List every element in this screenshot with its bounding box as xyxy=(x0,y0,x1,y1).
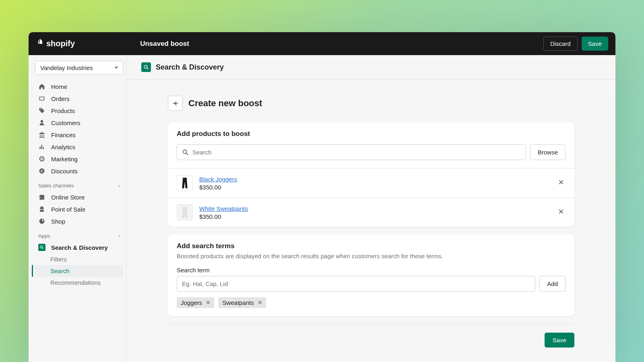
app-window: shopify Unsaved boost Discard Save Vande… xyxy=(29,32,615,362)
section-label: Apps xyxy=(38,233,50,239)
customer-icon xyxy=(38,119,45,126)
topbar: shopify Unsaved boost Discard Save xyxy=(29,32,615,55)
logo-text: shopify xyxy=(46,39,75,48)
analytics-icon xyxy=(38,143,45,150)
sidebar-item-products[interactable]: Products xyxy=(35,105,123,117)
nav-label: Analytics xyxy=(51,144,75,150)
white-sweatpants-thumb-icon xyxy=(177,204,192,220)
close-icon xyxy=(558,179,564,185)
arrow-left-icon xyxy=(172,100,179,107)
add-products-card: Add products to boost Browse xyxy=(168,122,574,227)
sidebar-item-pos[interactable]: Point of Sale xyxy=(35,203,123,215)
sidebar-item-analytics[interactable]: Analytics xyxy=(35,141,123,153)
card-title: Add products to boost xyxy=(177,130,566,138)
sidebar-sub-filters[interactable]: Filters xyxy=(35,253,123,265)
sidebar-item-discounts[interactable]: Discounts xyxy=(35,165,123,177)
nav-label: Shop xyxy=(51,218,65,225)
orders-icon xyxy=(38,95,45,102)
product-search-input[interactable] xyxy=(192,145,521,160)
search-icon xyxy=(182,149,189,156)
sidebar-item-shop[interactable]: Shop xyxy=(35,215,123,227)
app-title: Search & Discovery xyxy=(156,63,224,72)
product-search-wrap[interactable] xyxy=(177,144,526,160)
card-title: Add search terms xyxy=(177,242,566,250)
store-name: Vandelay Industries xyxy=(40,64,93,71)
nav-label: Point of Sale xyxy=(51,206,85,213)
home-icon xyxy=(38,83,45,90)
main-content: Search & Discovery Create new boost Add … xyxy=(127,55,615,362)
sidebar-item-search-discovery[interactable]: Search & Discovery xyxy=(35,241,123,253)
close-icon xyxy=(258,300,262,304)
save-button-top[interactable]: Save xyxy=(582,37,608,51)
pos-icon xyxy=(38,206,45,213)
nav-label: Products xyxy=(51,107,75,114)
product-info: Black Joggers $350.00 xyxy=(199,176,557,191)
sidebar-item-customers[interactable]: Customers xyxy=(35,117,123,129)
save-button-bottom[interactable]: Save xyxy=(545,333,574,348)
product-price: $350.00 xyxy=(199,184,557,191)
footer-actions: Save xyxy=(168,323,574,348)
search-term-label: Search term xyxy=(177,267,566,274)
remove-product-button[interactable] xyxy=(557,178,566,188)
sidebar-item-orders[interactable]: Orders xyxy=(35,93,123,105)
product-thumbnail xyxy=(177,175,193,191)
sidebar-sub-recommendations[interactable]: Recommendations xyxy=(35,277,123,288)
term-tag: Sweatpants xyxy=(218,297,266,308)
shopify-bag-icon xyxy=(36,39,45,49)
nav-label: Marketing xyxy=(51,156,78,162)
page-title: Create new boost xyxy=(188,98,262,109)
sidebar-item-home[interactable]: Home xyxy=(35,80,123,93)
term-input-row: Add xyxy=(177,276,566,292)
remove-tag-button[interactable] xyxy=(205,300,211,306)
product-link[interactable]: White Sweatpants xyxy=(199,205,248,212)
tag-label: Joggers xyxy=(181,299,202,306)
bank-icon xyxy=(38,131,45,138)
discount-icon xyxy=(38,167,45,175)
add-term-button[interactable]: Add xyxy=(539,276,566,292)
remove-tag-button[interactable] xyxy=(257,300,263,306)
topbar-actions: Discard Save xyxy=(543,37,608,51)
search-discovery-app-icon xyxy=(38,244,45,251)
page-content: Create new boost Add products to boost xyxy=(127,80,615,348)
card-description: Boosted products are displayed on the se… xyxy=(177,253,566,259)
remove-product-button[interactable] xyxy=(557,207,566,218)
card-body: Add search terms Boosted products are di… xyxy=(168,234,574,316)
sidebar-sub-search[interactable]: Search xyxy=(35,265,123,277)
page-title-row: Create new boost xyxy=(168,96,574,111)
nav-label: Discounts xyxy=(51,168,78,175)
close-icon xyxy=(206,300,210,304)
marketing-icon xyxy=(38,155,45,162)
chevron-down-icon xyxy=(115,67,118,69)
tag-label: Sweatpants xyxy=(222,299,254,306)
product-thumbnail xyxy=(177,204,193,220)
search-discovery-icon xyxy=(141,62,151,72)
sales-channels-header[interactable]: Sales channels › xyxy=(35,177,123,191)
sidebar-item-finances[interactable]: Finances xyxy=(35,129,123,141)
browse-button[interactable]: Browse xyxy=(530,144,566,160)
tag-icon xyxy=(38,107,45,114)
section-label: Sales channels xyxy=(38,183,74,189)
page-inner: Create new boost Add products to boost xyxy=(168,96,574,348)
nav-label: Finances xyxy=(51,132,76,138)
product-row: White Sweatpants $350.00 xyxy=(168,197,574,227)
discard-button[interactable]: Discard xyxy=(543,37,578,51)
unsaved-indicator: Unsaved boost xyxy=(140,40,189,48)
term-tag: Joggers xyxy=(177,297,214,308)
close-icon xyxy=(558,209,564,214)
nav-label: Orders xyxy=(51,95,70,102)
sidebar: Vandelay Industries Home Orders Products… xyxy=(29,55,127,362)
product-price: $350.00 xyxy=(199,213,557,220)
store-icon xyxy=(38,193,45,201)
black-joggers-thumb-icon xyxy=(177,175,192,191)
search-term-input[interactable] xyxy=(177,276,535,292)
product-link[interactable]: Black Joggers xyxy=(199,176,237,183)
sidebar-item-online-store[interactable]: Online Store xyxy=(35,191,123,203)
apps-header[interactable]: Apps › xyxy=(35,227,123,241)
term-tags: Joggers Sweatpants xyxy=(177,297,566,308)
nav-label: Search & Discovery xyxy=(51,244,108,251)
back-button[interactable] xyxy=(168,96,183,111)
sidebar-item-marketing[interactable]: Marketing xyxy=(35,153,123,165)
store-selector[interactable]: Vandelay Industries xyxy=(35,61,123,75)
search-terms-card: Add search terms Boosted products are di… xyxy=(168,234,574,316)
product-search-row: Browse xyxy=(177,144,566,160)
